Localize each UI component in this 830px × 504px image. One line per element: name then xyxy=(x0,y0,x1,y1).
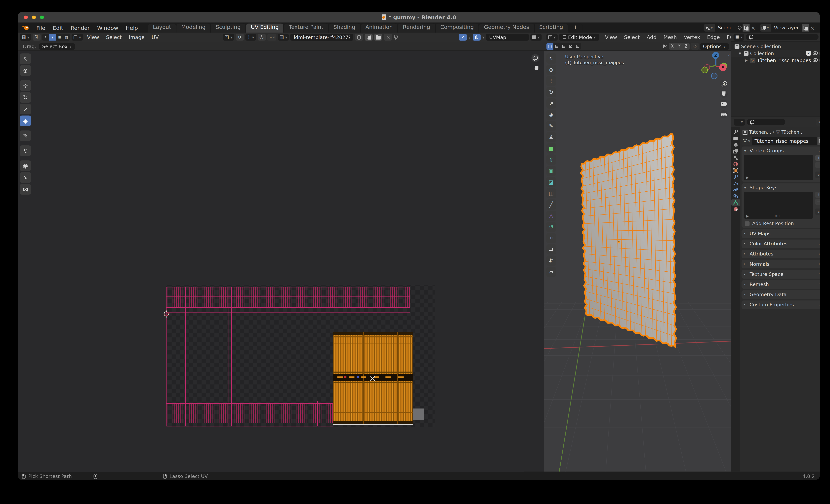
tool-move-button[interactable]: ⊹ xyxy=(546,76,556,86)
workspace-tab-animation[interactable]: Animation xyxy=(360,24,398,33)
pin-image-button[interactable] xyxy=(394,35,397,39)
browse-scene-button[interactable]: ∨ xyxy=(704,24,715,32)
camera-render-icon[interactable] xyxy=(820,59,820,62)
gizmo-z-ball[interactable]: Z xyxy=(712,52,719,59)
menu-edit[interactable]: Edit xyxy=(49,24,67,31)
panel-color-attributes[interactable]: ›Color Attributes∷∷ xyxy=(741,240,820,248)
unlink-scene-button[interactable]: × xyxy=(749,24,757,32)
shape-keys-list[interactable]: ▶ ∷∷ xyxy=(744,192,813,219)
tab-particles[interactable] xyxy=(731,180,740,186)
tool-measure-button[interactable]: ∡ xyxy=(546,132,556,142)
zoom-window-button[interactable] xyxy=(40,15,44,19)
workspace-tab-rendering[interactable]: Rendering xyxy=(398,24,436,33)
proportional-falloff-dropdown[interactable]: ∿ ∨ xyxy=(267,34,276,41)
vertex-menu[interactable]: Vertex xyxy=(681,34,703,40)
add-menu[interactable]: Add xyxy=(644,34,659,40)
uv-edge-mode-button[interactable]: ∕ xyxy=(49,34,56,41)
panel-geometry-data[interactable]: ›Geometry Data∷∷ xyxy=(741,290,820,299)
add-vertex-group-button[interactable]: + xyxy=(815,155,820,161)
uv-zoom-button[interactable] xyxy=(531,54,539,62)
uv-sync-selection-toggle[interactable]: ⇅ xyxy=(33,34,40,41)
shape-key-specials-button[interactable]: ∨ xyxy=(815,209,820,215)
eye-icon[interactable] xyxy=(812,58,818,62)
menu-help[interactable]: Help xyxy=(122,24,142,31)
tool-transform-button[interactable]: ◈ xyxy=(546,109,556,120)
minimize-window-button[interactable] xyxy=(32,15,36,19)
tool-annotate-button[interactable]: ✎ xyxy=(546,121,556,131)
camera-render-icon[interactable] xyxy=(820,52,820,55)
panel-remesh[interactable]: ›Remesh∷∷ xyxy=(741,280,820,289)
eye-icon[interactable] xyxy=(812,51,818,56)
drag-mode-new-button[interactable]: ▢ xyxy=(546,43,553,50)
viewlayer-name[interactable]: ViewLayer xyxy=(771,25,802,30)
active-uv-map-field[interactable]: UVMap xyxy=(486,34,529,41)
tool-spin-button[interactable]: ↺ xyxy=(546,222,556,232)
panel-header[interactable]: ∨ Shape Keys ∷∷ xyxy=(744,184,820,190)
new-viewlayer-button[interactable] xyxy=(802,24,809,32)
collection-checkbox[interactable]: ✓ xyxy=(806,51,811,56)
gizmo-x-ball[interactable]: X xyxy=(719,64,727,71)
tool-shear-button[interactable]: ▱ xyxy=(546,267,556,277)
tool-2d-cursor-button[interactable]: ⊕ xyxy=(20,65,31,76)
editor-type-button[interactable]: ≡ ∨ xyxy=(734,118,745,125)
tab-render[interactable] xyxy=(731,135,740,141)
add-rest-position-checkbox[interactable] xyxy=(745,221,749,226)
outliner-search-input[interactable] xyxy=(746,34,819,40)
disclosure-closed-icon[interactable]: ▶ xyxy=(744,58,748,62)
workspace-tab-scripting[interactable]: Scripting xyxy=(534,24,568,33)
close-window-button[interactable] xyxy=(24,15,28,19)
editor-type-button[interactable]: ◳ ∨ xyxy=(546,34,557,41)
properties-search-input[interactable] xyxy=(747,119,785,125)
remove-viewlayer-button[interactable]: × xyxy=(809,24,816,32)
tool-smooth-button[interactable]: ≈ xyxy=(546,233,556,243)
tool-rotate-button[interactable]: ↻ xyxy=(546,87,556,97)
options-dropdown[interactable]: Options ∨ xyxy=(700,43,729,50)
editor-type-button[interactable]: ▦ ∨ xyxy=(20,34,31,41)
tab-material[interactable] xyxy=(731,206,740,212)
viewport-zoom-button[interactable] xyxy=(720,80,728,88)
scene-name[interactable]: Scene xyxy=(715,25,736,30)
drag-tool-dropdown[interactable]: Select Box ∨ xyxy=(39,43,75,50)
menu-file[interactable]: File xyxy=(33,24,49,31)
tab-output[interactable] xyxy=(731,141,740,148)
tool-annotate-button[interactable]: ✎ xyxy=(20,130,31,141)
tool-rip-region-button[interactable]: ↯ xyxy=(20,146,31,156)
overlays-dropdown[interactable]: ∨ xyxy=(482,35,484,39)
tool-extrude-button[interactable]: ⇧ xyxy=(546,155,556,165)
vertex-group-specials-button[interactable]: ∨ xyxy=(815,172,820,178)
blender-logo-icon[interactable] xyxy=(22,25,29,30)
outliner-row-object[interactable]: ▶ ▽ Tütchen_rissc_mappes xyxy=(731,57,820,64)
uv-vertex-mode-button[interactable]: • xyxy=(42,34,49,41)
open-image-button[interactable] xyxy=(375,34,382,41)
mirror-x-button[interactable]: X xyxy=(669,43,676,50)
pin-scene-button[interactable] xyxy=(736,24,743,32)
gizmo-minus-y-ball[interactable] xyxy=(702,67,708,73)
tool-transform-button[interactable]: ◈ xyxy=(20,116,31,126)
tool-scale-button[interactable]: ↗ xyxy=(546,98,556,108)
disclosure-open-icon[interactable]: ▼ xyxy=(738,51,742,55)
panel-normals[interactable]: ›Normals∷∷ xyxy=(741,260,820,269)
panel-header[interactable]: ∨ Vertex Groups ∷∷ xyxy=(744,148,820,153)
show-gizmo-toggle[interactable]: ↗ xyxy=(459,34,467,41)
uv-pan-button[interactable] xyxy=(533,64,541,72)
tool-rotate-button[interactable]: ↻ xyxy=(20,92,31,103)
uv-menu-select[interactable]: Select xyxy=(103,34,125,40)
edge-menu[interactable]: Edge xyxy=(704,34,723,40)
snap-toggle[interactable]: ∪ xyxy=(235,34,244,41)
correct-face-attributes-button[interactable]: ◇ xyxy=(691,43,699,50)
outliner-row-scene-collection[interactable]: Scene Collection xyxy=(731,43,820,50)
viewport-pan-button[interactable] xyxy=(720,90,728,98)
tab-scene[interactable] xyxy=(731,155,740,161)
tool-poly-build-button[interactable]: △ xyxy=(546,211,556,221)
panel-custom-properties[interactable]: ›Custom Properties∷∷ xyxy=(741,301,820,309)
viewport-ortho-toggle-button[interactable] xyxy=(720,110,728,118)
tab-tool[interactable] xyxy=(731,129,740,135)
panel-texture-space[interactable]: ›Texture Space∷∷ xyxy=(741,270,820,279)
tool-loop-cut-button[interactable]: ◫ xyxy=(546,188,556,198)
viewport-canvas[interactable]: User Perspective (1) Tütchen_rissc_mappe… xyxy=(544,51,731,472)
breadcrumb-object[interactable]: Tütchen... xyxy=(749,129,771,135)
new-image-button[interactable] xyxy=(365,34,373,41)
drag-mode-subtract-button[interactable]: ⊟ xyxy=(560,43,567,50)
browse-image-button[interactable]: ▨ ∨ xyxy=(278,34,289,41)
uv-menu-uv[interactable]: UV xyxy=(149,34,161,40)
